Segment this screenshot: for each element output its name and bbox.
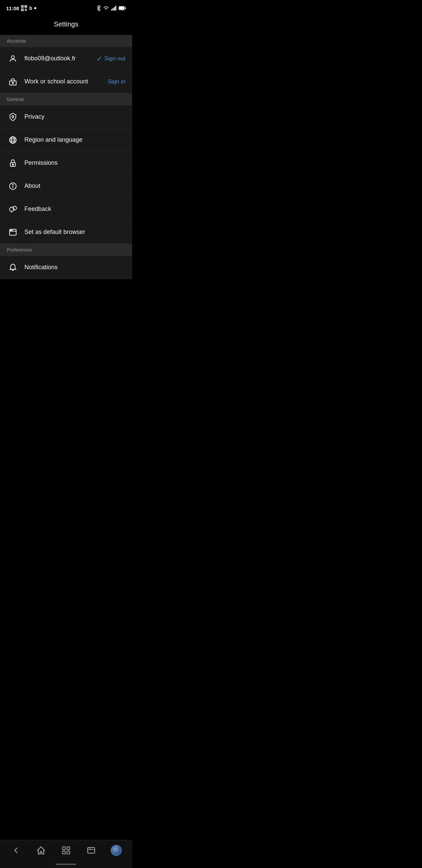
lock-icon <box>7 157 19 169</box>
list-item-privacy[interactable]: Privacy <box>0 105 132 129</box>
svg-point-17 <box>12 56 15 59</box>
browser-icon <box>7 226 19 238</box>
svg-point-36 <box>11 230 11 231</box>
svg-point-37 <box>12 230 12 231</box>
time-display: 11:08 <box>6 5 19 11</box>
about-label: About <box>24 182 125 190</box>
svg-point-27 <box>12 164 13 165</box>
svg-rect-18 <box>9 81 16 85</box>
shield-icon <box>7 111 19 123</box>
privacy-label: Privacy <box>24 113 125 120</box>
wifi-icon <box>103 6 109 11</box>
work-icon <box>7 76 19 88</box>
check-icon: ✓ <box>97 55 102 63</box>
feedback-icon <box>7 203 19 215</box>
list-item-notifications[interactable]: Notifications <box>0 256 132 279</box>
svg-rect-12 <box>114 7 115 11</box>
svg-rect-6 <box>25 9 26 10</box>
svg-point-22 <box>9 137 16 143</box>
svg-rect-13 <box>115 6 116 11</box>
list-item-personal-account[interactable]: flobo09@outlook.fr ✓ Sign out <box>0 47 132 70</box>
svg-rect-7 <box>26 9 27 9</box>
svg-rect-10 <box>111 9 112 11</box>
globe-icon <box>7 134 19 146</box>
sign-out-button[interactable]: Sign out <box>104 55 125 62</box>
bell-icon <box>7 261 19 274</box>
svg-point-31 <box>13 184 13 185</box>
list-item-region-language[interactable]: Region and language <box>0 129 132 152</box>
svg-rect-5 <box>22 9 23 11</box>
svg-rect-8 <box>25 10 25 11</box>
list-item-default-browser[interactable]: Set as default browser <box>0 221 132 244</box>
notifications-label: Notifications <box>24 264 125 271</box>
personal-account-label: flobo09@outlook.fr <box>24 55 97 62</box>
region-language-label: Region and language <box>24 136 125 143</box>
svg-point-19 <box>12 82 14 83</box>
bluetooth-icon <box>96 5 101 11</box>
svg-rect-1 <box>22 6 23 7</box>
svg-rect-16 <box>125 7 126 9</box>
permissions-label: Permissions <box>24 159 125 166</box>
feedback-label: Feedback <box>24 205 125 213</box>
section-header-preferences: Preferences <box>0 244 132 256</box>
section-header-accounts: Accounts <box>0 35 132 47</box>
bing-icon: b <box>29 5 32 11</box>
signal-icon <box>111 6 117 11</box>
list-item-permissions[interactable]: Permissions <box>0 152 132 175</box>
svg-point-20 <box>12 116 14 117</box>
section-header-general: General <box>0 93 132 105</box>
main-content: Accounts flobo09@outlook.fr ✓ Sign out W… <box>0 35 132 307</box>
list-item-about[interactable]: About <box>0 175 132 198</box>
dot-indicator <box>34 7 36 9</box>
svg-rect-3 <box>25 6 26 7</box>
svg-rect-9 <box>26 10 27 11</box>
page-title: Settings <box>0 15 132 35</box>
status-right <box>96 5 126 11</box>
info-icon <box>7 180 19 192</box>
list-item-work-account[interactable]: Work or school account Sign in <box>0 70 132 93</box>
svg-rect-11 <box>113 8 114 11</box>
status-bar: 11:08 b <box>0 0 132 15</box>
default-browser-label: Set as default browser <box>24 229 125 236</box>
qr-icon <box>21 5 27 11</box>
sign-in-button[interactable]: Sign in <box>108 78 125 85</box>
list-item-feedback[interactable]: Feedback <box>0 198 132 221</box>
svg-rect-15 <box>119 7 124 10</box>
work-account-label: Work or school account <box>24 78 108 85</box>
svg-point-23 <box>12 137 15 143</box>
status-left: 11:08 b <box>6 5 36 11</box>
user-icon <box>7 53 19 65</box>
battery-icon <box>119 6 126 10</box>
